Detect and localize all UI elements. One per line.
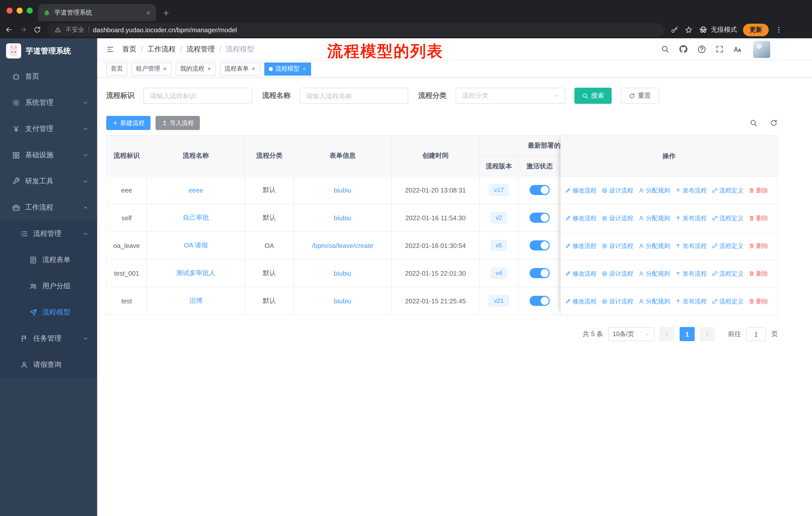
form-info-link[interactable]: /bpm/oa/leave/create (312, 242, 373, 249)
sidebar-item-task-mgmt[interactable]: 任务管理 (0, 326, 97, 352)
op-edit-link[interactable]: 修改流程 (565, 242, 597, 250)
op-delete-link[interactable]: 删除 (749, 214, 768, 222)
tag-home[interactable]: 首页 (106, 62, 127, 75)
sidebar-item-user-group[interactable]: 用户分组 (0, 273, 97, 299)
close-icon[interactable] (302, 66, 307, 71)
sidebar-item-infrastructure[interactable]: 基础设施 (0, 142, 97, 168)
font-size-icon[interactable] (733, 45, 742, 54)
process-id-input[interactable] (143, 88, 252, 104)
op-delete-link[interactable]: 删除 (749, 242, 768, 250)
bookmark-star-icon[interactable] (685, 26, 693, 34)
macos-minimize-button[interactable] (17, 7, 23, 13)
tag-process-model[interactable]: 流程模型 (264, 62, 311, 75)
fullscreen-icon[interactable] (715, 45, 724, 53)
op-assign-rule-link[interactable]: 分配规则 (638, 242, 670, 250)
password-key-icon[interactable] (671, 26, 678, 34)
help-icon[interactable] (697, 45, 706, 54)
breadcrumb-process-mgmt[interactable]: 流程管理 (187, 45, 226, 54)
op-definition-link[interactable]: 流程定义 (712, 269, 744, 278)
op-assign-rule-link[interactable]: 分配规则 (638, 297, 670, 306)
tag-process-form[interactable]: 流程表单 (220, 62, 260, 75)
process-name-link[interactable]: OA 请假 (184, 241, 208, 249)
op-definition-link[interactable]: 流程定义 (712, 214, 744, 222)
form-info-link[interactable]: biubiu (334, 297, 351, 305)
op-assign-rule-link[interactable]: 分配规则 (638, 214, 670, 222)
sidebar-item-process-model[interactable]: 流程模型 (0, 299, 97, 326)
op-assign-rule-link[interactable]: 分配规则 (638, 269, 670, 278)
sidebar-item-process-mgmt[interactable]: 流程管理 (0, 221, 97, 247)
browser-menu-icon[interactable] (775, 26, 783, 34)
forward-icon[interactable] (19, 26, 27, 34)
sidebar-item-process-form[interactable]: 流程表单 (0, 247, 97, 273)
sidebar-item-devtools[interactable]: 研发工具 (0, 168, 97, 194)
tab-close-icon[interactable] (145, 10, 151, 16)
create-process-button[interactable]: 新建流程 (106, 116, 150, 130)
active-toggle[interactable] (529, 296, 550, 306)
search-button[interactable]: 搜索 (574, 88, 612, 104)
sidebar-collapse-icon[interactable] (106, 45, 114, 53)
prev-page-button[interactable] (660, 327, 674, 341)
op-publish-link[interactable]: 发布流程 (675, 214, 707, 222)
tag-tenant-mgmt[interactable]: 租户管理 (132, 62, 172, 75)
reload-icon[interactable] (33, 26, 41, 34)
macos-close-button[interactable] (6, 7, 12, 13)
process-name-link[interactable]: 自己审批 (183, 214, 209, 221)
sidebar-item-workflow[interactable]: 工作流程 (0, 194, 97, 221)
form-info-link[interactable]: biubiu (334, 186, 351, 194)
op-design-link[interactable]: 设计流程 (602, 242, 633, 250)
close-icon[interactable] (251, 66, 256, 71)
op-design-link[interactable]: 设计流程 (602, 214, 633, 222)
sidebar-item-system[interactable]: 系统管理 (0, 90, 97, 116)
browser-tab[interactable]: 芋道管理系统 (38, 4, 156, 21)
toggle-search-icon[interactable] (750, 119, 758, 127)
process-name-link[interactable]: 测试多审批人 (176, 269, 215, 277)
close-icon[interactable] (163, 66, 167, 71)
user-avatar[interactable] (753, 40, 770, 58)
op-design-link[interactable]: 设计流程 (602, 186, 633, 195)
current-page-button[interactable]: 1 (679, 327, 695, 341)
op-publish-link[interactable]: 发布流程 (675, 242, 707, 250)
op-definition-link[interactable]: 流程定义 (712, 242, 744, 250)
sidebar-item-payment[interactable]: 支付管理 (0, 116, 97, 142)
refresh-table-icon[interactable] (770, 119, 778, 127)
import-process-button[interactable]: 导入流程 (155, 116, 200, 130)
sidebar-item-leave-query[interactable]: 请假查询 (0, 352, 97, 378)
github-icon[interactable] (678, 44, 688, 54)
sidebar-item-home[interactable]: 首页 (0, 63, 97, 90)
op-delete-link[interactable]: 删除 (749, 186, 768, 195)
category-select[interactable]: 流程分类 (456, 88, 565, 104)
back-icon[interactable] (5, 26, 13, 34)
breadcrumb-workflow[interactable]: 工作流程 (147, 45, 187, 54)
address-bar[interactable]: 不安全 dashboard.yudao.iocoder.cn/bpm/manag… (47, 23, 665, 36)
navbar-search-icon[interactable] (661, 45, 670, 53)
op-publish-link[interactable]: 发布流程 (675, 297, 707, 306)
form-info-link[interactable]: biubiu (334, 214, 351, 221)
op-publish-link[interactable]: 发布流程 (675, 269, 707, 278)
goto-page-input[interactable] (746, 327, 766, 341)
process-name-input[interactable] (299, 88, 408, 104)
breadcrumb-home[interactable]: 首页 (122, 45, 147, 54)
new-tab-button[interactable] (162, 9, 170, 17)
op-delete-link[interactable]: 删除 (749, 269, 768, 278)
active-toggle[interactable] (529, 268, 550, 278)
macos-zoom-button[interactable] (27, 7, 33, 13)
form-info-link[interactable]: biubiu (334, 269, 351, 277)
op-definition-link[interactable]: 流程定义 (712, 186, 744, 195)
active-toggle[interactable] (529, 240, 550, 250)
op-edit-link[interactable]: 修改流程 (565, 186, 597, 195)
op-design-link[interactable]: 设计流程 (602, 269, 633, 278)
process-name-link[interactable]: 滔博 (189, 297, 202, 304)
reset-button[interactable]: 重置 (621, 88, 659, 104)
update-button[interactable]: 更新 (743, 23, 769, 36)
tag-my-process[interactable]: 我的流程 (176, 62, 216, 75)
process-name-link[interactable]: eeee (188, 186, 203, 194)
op-assign-rule-link[interactable]: 分配规则 (638, 186, 670, 195)
active-toggle[interactable] (529, 185, 550, 195)
op-edit-link[interactable]: 修改流程 (565, 214, 597, 222)
op-design-link[interactable]: 设计流程 (602, 297, 633, 306)
active-toggle[interactable] (529, 213, 550, 223)
op-edit-link[interactable]: 修改流程 (565, 269, 597, 278)
close-icon[interactable] (207, 66, 211, 71)
op-delete-link[interactable]: 删除 (749, 297, 768, 306)
op-edit-link[interactable]: 修改流程 (565, 297, 597, 306)
